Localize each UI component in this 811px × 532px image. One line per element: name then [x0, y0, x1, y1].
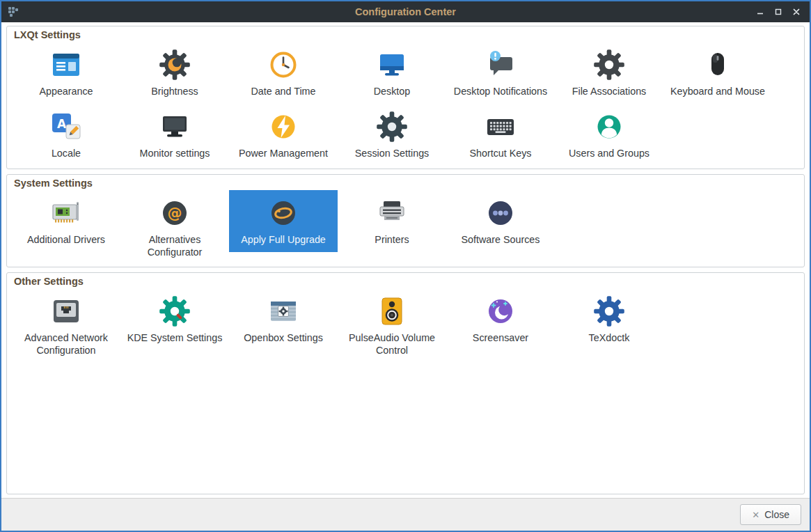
kde-system-settings-icon — [158, 295, 191, 328]
settings-item-additional-drivers[interactable]: Additional Drivers — [12, 190, 120, 252]
settings-item-label: Screensaver — [473, 332, 528, 345]
shortcut-keys-icon — [484, 110, 517, 143]
settings-item-label: Software Sources — [462, 234, 540, 247]
settings-item-printers[interactable]: Printers — [338, 190, 446, 252]
settings-item-label: Shortcut Keys — [470, 148, 532, 160]
settings-item-alternatives-configurator[interactable]: @ Alternatives Configurator — [120, 190, 229, 265]
settings-item-monitor-settings[interactable]: Monitor settings — [120, 104, 229, 166]
settings-item-session-settings[interactable]: Session Settings — [338, 104, 446, 166]
settings-item-label: Advanced Network Configuration — [17, 332, 115, 357]
settings-item-label: Desktop Notifications — [454, 86, 547, 98]
appearance-icon — [49, 48, 83, 81]
file-associations-icon — [592, 48, 626, 81]
settings-item-label: Power Management — [239, 148, 328, 160]
desktop-icon — [375, 48, 409, 81]
pulseaudio-icon — [375, 295, 409, 328]
settings-item-label: Date and Time — [251, 86, 316, 98]
screensaver-icon — [484, 295, 517, 328]
main-content: LXQt Settings Appearance Brightness Date… — [1, 22, 810, 498]
settings-item-label: Desktop — [374, 86, 410, 98]
settings-item-shortcut-keys[interactable]: Shortcut Keys — [446, 104, 555, 166]
settings-item-label: Apply Full Upgrade — [241, 234, 326, 247]
section-title: Other Settings — [14, 276, 801, 287]
close-x-icon: ✕ — [752, 510, 759, 519]
users-groups-icon — [592, 110, 626, 143]
printers-icon — [375, 196, 409, 230]
settings-item-openbox-settings[interactable]: Openbox Settings — [229, 288, 338, 350]
settings-item-label: Additional Drivers — [27, 234, 105, 247]
close-icon[interactable] — [789, 6, 803, 19]
settings-item-keyboard-and-mouse[interactable]: Keyboard and Mouse — [663, 42, 772, 104]
session-settings-icon — [375, 110, 409, 143]
minimize-icon[interactable] — [753, 6, 766, 19]
locale-icon: A — [49, 110, 83, 143]
settings-item-texdoctk[interactable]: TeXdoctk — [555, 288, 663, 350]
power-management-icon — [267, 110, 300, 143]
settings-item-label: Locale — [52, 148, 81, 160]
settings-item-desktop-notifications[interactable]: Desktop Notifications — [446, 42, 555, 104]
settings-item-label: KDE System Settings — [127, 332, 223, 345]
section-title: System Settings — [14, 178, 801, 189]
settings-item-appearance[interactable]: Appearance — [12, 42, 120, 104]
settings-item-label: Alternatives Configurator — [126, 234, 223, 259]
configuration-center-window: Configuration Center LXQt Settings Appea… — [0, 0, 811, 532]
svg-text:@: @ — [168, 205, 182, 221]
monitor-settings-icon — [158, 110, 191, 143]
settings-item-screensaver[interactable]: Screensaver — [446, 288, 555, 350]
settings-item-desktop[interactable]: Desktop — [338, 42, 446, 104]
additional-drivers-icon — [49, 196, 83, 230]
titlebar[interactable]: Configuration Center — [1, 1, 810, 22]
settings-item-label: Keyboard and Mouse — [670, 86, 765, 98]
advanced-network-icon — [49, 295, 83, 328]
section-items: Appearance Brightness Date and Time Desk… — [10, 42, 801, 166]
settings-item-label: Monitor settings — [140, 148, 210, 160]
settings-item-kde-system-settings[interactable]: KDE System Settings — [120, 288, 229, 350]
settings-item-label: Session Settings — [355, 148, 430, 160]
apply-full-upgrade-icon — [267, 196, 300, 230]
settings-item-label: File Associations — [572, 86, 646, 98]
settings-item-label: Brightness — [151, 86, 198, 98]
settings-item-advanced-network-configuration[interactable]: Advanced Network Configuration — [12, 288, 120, 363]
settings-section: Other Settings Advanced Network Configur… — [6, 272, 805, 494]
settings-item-pulseaudio-volume-control[interactable]: PulseAudio Volume Control — [338, 288, 446, 363]
software-sources-icon — [484, 196, 517, 230]
datetime-icon — [267, 48, 300, 81]
settings-item-users-and-groups[interactable]: Users and Groups — [555, 104, 663, 166]
settings-item-locale[interactable]: A Locale — [12, 104, 120, 166]
settings-item-file-associations[interactable]: File Associations — [555, 42, 663, 104]
window-title: Configuration Center — [1, 6, 810, 17]
section-items: Advanced Network Configuration KDE Syste… — [10, 288, 801, 363]
lxqt-config-app-icon — [8, 6, 19, 17]
settings-item-power-management[interactable]: Power Management — [229, 104, 338, 166]
footer: ✕ Close — [1, 498, 810, 531]
close-button-label: Close — [764, 509, 789, 520]
brightness-icon — [158, 48, 191, 81]
settings-item-label: Appearance — [39, 86, 93, 98]
window-controls — [753, 6, 810, 19]
section-items: Additional Drivers @ Alternatives Config… — [10, 190, 801, 265]
settings-item-label: TeXdoctk — [589, 332, 630, 345]
settings-item-label: Printers — [375, 234, 409, 247]
settings-item-brightness[interactable]: Brightness — [120, 42, 229, 104]
settings-section: LXQt Settings Appearance Brightness Date… — [6, 26, 805, 169]
alternatives-configurator-icon: @ — [158, 196, 191, 230]
texdoctk-icon — [592, 295, 626, 328]
settings-item-label: Users and Groups — [569, 148, 649, 160]
keyboard-mouse-icon — [701, 48, 734, 81]
settings-item-apply-full-upgrade[interactable]: Apply Full Upgrade — [229, 190, 338, 252]
settings-item-label: PulseAudio Volume Control — [343, 332, 441, 357]
settings-item-software-sources[interactable]: Software Sources — [446, 190, 555, 252]
section-title: LXQt Settings — [14, 29, 801, 40]
maximize-icon[interactable] — [771, 6, 785, 19]
settings-item-label: Openbox Settings — [244, 332, 323, 345]
desktop-notifications-icon — [484, 48, 517, 81]
openbox-settings-icon — [267, 295, 300, 328]
settings-section: System Settings Additional Drivers @ Alt… — [6, 174, 805, 268]
svg-text:A: A — [57, 116, 67, 130]
footer-close-button[interactable]: ✕ Close — [740, 504, 801, 525]
settings-item-date-and-time[interactable]: Date and Time — [229, 42, 338, 104]
